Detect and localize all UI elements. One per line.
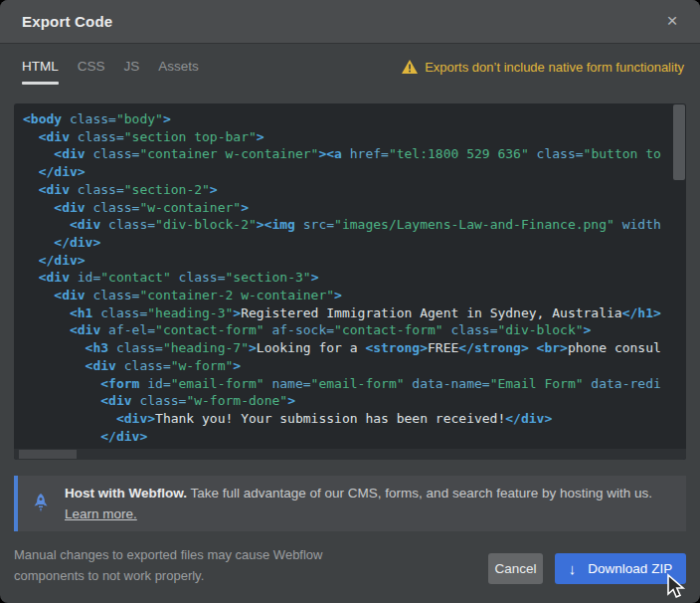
- code-line: <div af-el="contact-form" af-sock="conta…: [23, 321, 673, 339]
- horizontal-scrollbar[interactable]: [14, 449, 686, 460]
- code-line: <div class="w-form-done">: [23, 392, 673, 410]
- host-banner: Host with Webflow. Take full advantage o…: [14, 476, 686, 531]
- code-line: <div>Thank you! Your submission has been…: [23, 410, 673, 428]
- code-line: </div>: [23, 234, 673, 252]
- dialog-title: Export Code: [22, 13, 112, 30]
- code-line: <h3 class="heading-7">Looking for a <str…: [23, 339, 673, 357]
- tabs: HTMLCSSJSAssets: [22, 53, 199, 88]
- code-line: <form id="email-form" name="email-form" …: [23, 375, 673, 393]
- code-line: <div class="container w-container"><a hr…: [23, 145, 673, 163]
- cancel-button[interactable]: Cancel: [488, 553, 543, 584]
- horizontal-scrollbar-thumb[interactable]: [19, 450, 77, 459]
- banner-text: Host with Webflow. Take full advantage o…: [65, 483, 652, 524]
- export-warning: Exports don’t include native form functi…: [402, 60, 684, 75]
- warning-text: Exports don’t include native form functi…: [425, 60, 684, 75]
- rocket-icon: [31, 493, 51, 514]
- tab-css[interactable]: CSS: [78, 53, 105, 88]
- download-zip-label: Download ZIP: [588, 561, 672, 576]
- banner-bold-text: Host with Webflow.: [65, 486, 187, 501]
- footer-note: Manual changes to exported files may cau…: [14, 544, 322, 586]
- tab-bar: HTMLCSSJSAssets Exports don’t include na…: [22, 44, 684, 96]
- download-zip-button[interactable]: ↓ Download ZIP: [555, 553, 686, 584]
- code-line: <div class="section-2">: [23, 181, 673, 199]
- download-arrow-icon: ↓: [569, 561, 577, 576]
- code-line: <div class="w-container">: [23, 199, 673, 217]
- code-line: </div>: [23, 428, 673, 446]
- code-line: <div id="contact" class="section-3">: [23, 269, 673, 287]
- code-line: </div>: [23, 163, 673, 181]
- vertical-scrollbar-thumb[interactable]: [673, 104, 685, 180]
- close-icon[interactable]: ×: [660, 9, 684, 33]
- code-line: <div class="w-form">: [23, 357, 673, 375]
- code-line: <h1 class="heading-3">Registered Immigra…: [23, 304, 673, 322]
- warning-triangle-icon: [402, 60, 418, 74]
- tab-js[interactable]: JS: [124, 53, 140, 88]
- code-line: <div class="section top-bar">: [23, 128, 673, 146]
- banner-body-text: Take full advantage of our CMS, forms, a…: [187, 486, 652, 501]
- learn-more-link[interactable]: Learn more.: [65, 506, 137, 521]
- tab-assets[interactable]: Assets: [158, 53, 199, 88]
- dialog-header: Export Code ×: [0, 0, 700, 44]
- tab-html[interactable]: HTML: [22, 53, 59, 88]
- footer-note-line1: Manual changes to exported files may cau…: [14, 544, 322, 565]
- export-code-dialog: Export Code × HTMLCSSJSAssets Exports do…: [0, 0, 700, 603]
- code-viewer[interactable]: <body class="body"> <div class="section …: [14, 103, 686, 460]
- code-content: <body class="body"> <div class="section …: [14, 103, 673, 449]
- code-line: <div class="div-block-2"><img src="image…: [23, 216, 673, 234]
- code-line: </div>: [23, 252, 673, 270]
- footer-note-line2: components to not work properly.: [14, 565, 322, 586]
- code-line: <body class="body">: [23, 110, 673, 128]
- code-line: <div class="container-2 w-container">: [23, 287, 673, 304]
